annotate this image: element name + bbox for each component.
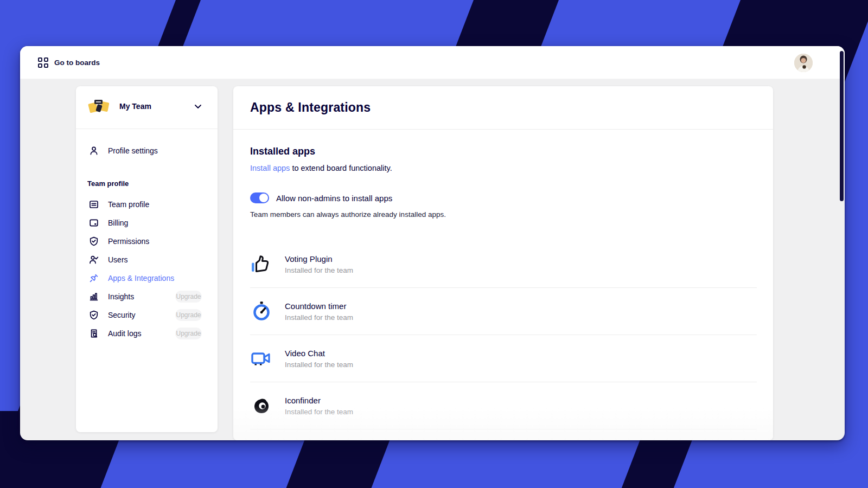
sidebar-item-apps-integrations[interactable]: Apps & Integrations [76,269,218,287]
app-row-video-chat[interactable]: Video Chat Installed for the team [250,335,757,382]
toggle-knob [259,194,268,202]
installed-apps-list: Voting Plugin Installed for the team Cou… [250,241,757,429]
app-name: Countdown timer [285,301,353,311]
app-row-iconfinder[interactable]: Iconfinder Installed for the team [250,382,757,429]
team-profile-card-icon [89,200,99,209]
person-icon [89,146,99,156]
iconfinder-logo-icon [250,394,273,417]
sidebar-section-label: Team profile [87,179,129,188]
installed-apps-heading: Installed apps [250,146,315,157]
intro-rest: to extend board functionality. [290,164,392,172]
team-avatar-illustration [88,98,109,115]
sidebar-item-users[interactable]: Users [76,251,218,269]
shield-check-icon [89,310,99,320]
bg-stripe [621,433,695,488]
avatar-photo-icon [794,54,813,72]
app-name: Iconfinder [285,396,353,405]
app-row-voting-plugin[interactable]: Voting Plugin Installed for the team [250,241,757,288]
sidebar-item-team-profile[interactable]: Team profile [76,195,218,214]
sidebar-item-insights[interactable]: Insights Upgrade [76,287,218,306]
sidebar-item-permissions[interactable]: Permissions [76,232,218,251]
sidebar-item-profile-settings[interactable]: Profile settings [76,140,218,162]
page-title: Apps & Integrations [250,100,371,115]
sidebar-item-label: Profile settings [108,146,158,155]
app-status: Installed for the team [285,408,353,416]
billing-icon [89,218,99,228]
app-status: Installed for the team [285,313,353,322]
stopwatch-icon [250,300,273,323]
go-to-boards-label: Go to boards [54,59,100,67]
toggle-note: Team members can always authorize alread… [250,210,446,219]
upgrade-badge[interactable]: Upgrade [175,309,202,321]
divider [233,129,773,130]
sidebar-item-label: Audit logs [108,329,141,338]
team-name: My Team [119,102,151,111]
sidebar-item-label: Team profile [108,200,149,209]
upgrade-badge[interactable]: Upgrade [175,328,202,339]
team-switcher[interactable]: My Team [76,86,218,129]
shield-check-icon [89,236,99,246]
thumbs-up-icon [250,253,273,275]
app-status: Installed for the team [285,266,353,274]
main-panel: Apps & Integrations Installed apps Insta… [233,86,773,440]
sidebar-item-label: Apps & Integrations [108,274,174,282]
allow-non-admins-toggle[interactable] [250,192,269,203]
upgrade-badge[interactable]: Upgrade [175,291,202,303]
toggle-label: Allow non-admins to install apps [276,194,392,203]
sidebar-item-label: Billing [108,219,128,227]
sidebar-item-security[interactable]: Security Upgrade [76,306,218,324]
user-avatar[interactable] [794,54,813,72]
plug-icon [89,273,99,283]
app-row-countdown-timer[interactable]: Countdown timer Installed for the team [250,288,757,335]
app-status: Installed for the team [285,361,353,369]
intro-text: Install apps to extend board functionali… [250,164,392,172]
boards-grid-icon [38,57,48,68]
video-camera-icon [250,347,273,370]
chevron-down-icon [195,105,201,109]
sidebar-nav: Team profile Billing Permissions [76,195,218,343]
install-apps-link[interactable]: Install apps [250,164,290,172]
sidebar-item-label: Permissions [108,237,149,246]
sidebar-item-label: Security [108,311,136,319]
bar-chart-icon [89,292,99,301]
app-name: Video Chat [285,349,353,358]
allow-non-admins-row: Allow non-admins to install apps [250,192,392,203]
sidebar-item-audit-logs[interactable]: Audit logs Upgrade [76,324,218,343]
go-to-boards-button[interactable]: Go to boards [38,57,100,68]
audit-log-icon [89,329,99,338]
sidebar-item-label: Users [108,255,128,264]
app-window: Go to boards My Team [20,46,845,440]
window-scrollbar[interactable] [840,51,844,201]
settings-sidebar: My Team Profile settings Team profile Te… [76,86,218,432]
app-name: Voting Plugin [285,254,353,264]
top-bar: Go to boards [20,46,845,79]
user-check-icon [89,255,99,265]
sidebar-item-label: Insights [108,292,134,301]
sidebar-item-billing[interactable]: Billing [76,214,218,232]
